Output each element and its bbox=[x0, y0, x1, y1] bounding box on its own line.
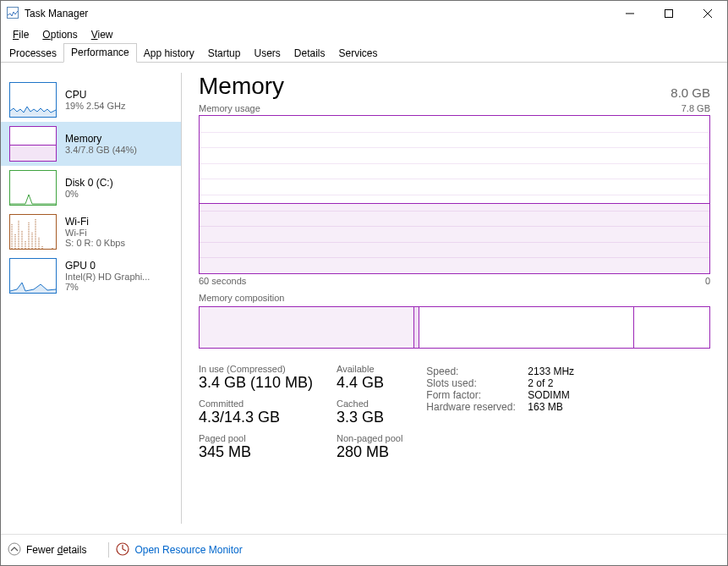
content-area: CPU 19% 2.54 GHz Memory 3.4/7.8 GB (44%) bbox=[1, 63, 727, 534]
tab-startup[interactable]: Startup bbox=[201, 45, 248, 63]
nav-memory[interactable]: Memory 3.4/7.8 GB (44%) bbox=[1, 122, 181, 166]
comp-in-use bbox=[200, 307, 414, 348]
menu-view[interactable]: View bbox=[85, 27, 120, 42]
form-value: SODIMM bbox=[528, 389, 569, 401]
footer-separator bbox=[108, 542, 109, 558]
fewer-details-button[interactable]: Fewer details bbox=[8, 542, 86, 558]
tab-details[interactable]: Details bbox=[287, 45, 332, 63]
cached-label: Cached bbox=[337, 398, 402, 409]
task-manager-window: Task Manager File Options View Processes… bbox=[0, 0, 728, 566]
usage-fill bbox=[200, 203, 709, 273]
available-value: 4.4 GB bbox=[337, 374, 402, 392]
usage-label: Memory usage bbox=[199, 103, 260, 113]
tab-processes[interactable]: Processes bbox=[3, 45, 63, 63]
open-resource-monitor-link[interactable]: Open Resource Monitor bbox=[116, 542, 242, 558]
nav-wifi-title: Wi-Fi bbox=[65, 216, 125, 228]
hw-label: Hardware reserved: bbox=[426, 401, 528, 413]
svg-point-16 bbox=[8, 543, 20, 555]
slots-label: Slots used: bbox=[426, 377, 528, 389]
minimize-button[interactable] bbox=[610, 1, 649, 26]
composition-label: Memory composition bbox=[199, 293, 710, 303]
svg-line-19 bbox=[123, 549, 126, 551]
menu-options[interactable]: Options bbox=[36, 27, 84, 42]
nav-cpu-sub: 19% 2.54 GHz bbox=[65, 101, 126, 111]
window-title: Task Manager bbox=[19, 8, 88, 19]
tabbar: Processes Performance App history Startu… bbox=[1, 43, 727, 63]
nav-memory-sub: 3.4/7.8 GB (44%) bbox=[65, 145, 137, 155]
titlebar: Task Manager bbox=[1, 1, 727, 26]
tab-performance[interactable]: Performance bbox=[63, 43, 137, 63]
committed-value: 4.3/14.3 GB bbox=[199, 409, 313, 426]
composition-graph[interactable] bbox=[199, 306, 710, 349]
committed-label: Committed bbox=[199, 398, 313, 409]
comp-div bbox=[633, 307, 634, 348]
x-axis-right: 0 bbox=[705, 276, 710, 286]
paged-label: Paged pool bbox=[199, 433, 313, 443]
disk-thumb-icon bbox=[9, 170, 57, 206]
resource-nav: CPU 19% 2.54 GHz Memory 3.4/7.8 GB (44%) bbox=[1, 73, 182, 524]
svg-rect-2 bbox=[665, 10, 673, 18]
nav-wifi[interactable]: Wi-Fi Wi-Fi S: 0 R: 0 Kbps bbox=[1, 210, 181, 254]
page-title: Memory bbox=[199, 73, 284, 100]
detail-pane: Memory 8.0 GB Memory usage 7.8 GB 60 sec… bbox=[182, 63, 727, 534]
nav-gpu-sub2: 7% bbox=[65, 282, 150, 292]
usage-max: 7.8 GB bbox=[681, 103, 710, 113]
nav-memory-title: Memory bbox=[65, 133, 137, 145]
speed-value: 2133 MHz bbox=[528, 365, 574, 377]
nav-gpu-title: GPU 0 bbox=[65, 260, 150, 272]
footer: Fewer details Open Resource Monitor bbox=[1, 534, 727, 565]
nav-disk[interactable]: Disk 0 (C:) 0% bbox=[1, 166, 181, 210]
nav-cpu[interactable]: CPU 19% 2.54 GHz bbox=[1, 78, 181, 122]
nav-wifi-sub1: Wi-Fi bbox=[65, 228, 125, 238]
hw-value: 163 MB bbox=[528, 401, 562, 413]
nav-cpu-title: CPU bbox=[65, 89, 126, 101]
inuse-label: In use (Compressed) bbox=[199, 364, 313, 374]
nav-wifi-sub2: S: 0 R: 0 Kbps bbox=[65, 238, 125, 248]
form-label: Form factor: bbox=[426, 389, 528, 401]
open-resource-monitor-label: Open Resource Monitor bbox=[134, 544, 242, 556]
available-label: Available bbox=[337, 364, 402, 374]
cpu-thumb-icon bbox=[9, 82, 57, 118]
resource-monitor-icon bbox=[116, 542, 129, 558]
taskmgr-icon bbox=[6, 6, 19, 22]
maximize-button[interactable] bbox=[649, 1, 688, 26]
wifi-thumb-icon bbox=[9, 214, 57, 250]
gpu-thumb-icon bbox=[9, 258, 57, 294]
nonpaged-label: Non-paged pool bbox=[337, 433, 402, 443]
tab-app-history[interactable]: App history bbox=[137, 45, 201, 63]
capacity-value: 8.0 GB bbox=[671, 85, 710, 100]
menubar: File Options View bbox=[1, 26, 727, 43]
memory-thumb-icon bbox=[9, 126, 57, 162]
tab-services[interactable]: Services bbox=[332, 45, 385, 63]
nav-disk-title: Disk 0 (C:) bbox=[65, 177, 113, 189]
nonpaged-value: 280 MB bbox=[337, 443, 402, 461]
menu-file[interactable]: File bbox=[6, 27, 36, 42]
nav-gpu-sub1: Intel(R) HD Graphi... bbox=[65, 272, 150, 282]
cached-value: 3.3 GB bbox=[337, 409, 402, 426]
inuse-value: 3.4 GB (110 MB) bbox=[199, 374, 313, 392]
speed-label: Speed: bbox=[426, 365, 528, 377]
comp-modified bbox=[413, 307, 419, 348]
close-button[interactable] bbox=[688, 1, 727, 26]
tab-users[interactable]: Users bbox=[247, 45, 287, 63]
usage-graph[interactable] bbox=[199, 115, 710, 274]
slots-value: 2 of 2 bbox=[528, 377, 553, 389]
chevron-up-icon bbox=[8, 542, 21, 558]
x-axis-left: 60 seconds bbox=[199, 276, 246, 286]
paged-value: 345 MB bbox=[199, 443, 313, 461]
fewer-details-label: Fewer details bbox=[26, 544, 86, 556]
nav-disk-sub: 0% bbox=[65, 189, 113, 199]
nav-gpu[interactable]: GPU 0 Intel(R) HD Graphi... 7% bbox=[1, 254, 181, 298]
